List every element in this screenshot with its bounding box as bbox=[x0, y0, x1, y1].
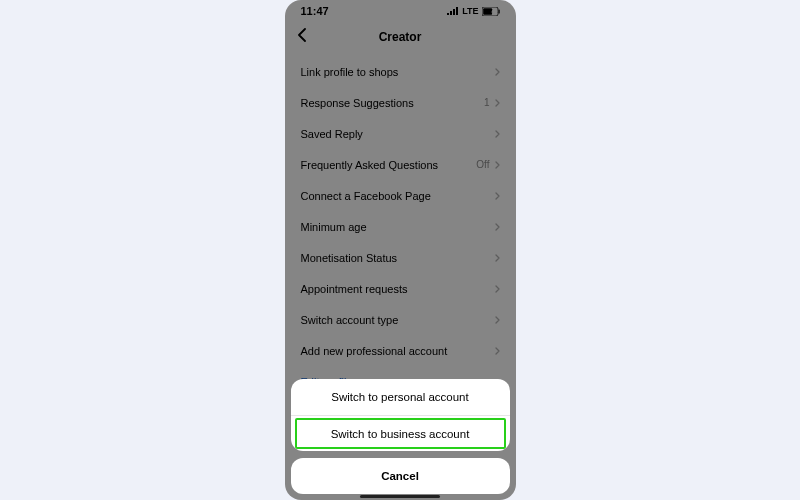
option-label: Switch to business account bbox=[331, 428, 470, 440]
sheet-options-group: Switch to personal account Switch to bus… bbox=[291, 379, 510, 451]
switch-business-option[interactable]: Switch to business account bbox=[291, 415, 510, 451]
option-label: Switch to personal account bbox=[331, 391, 468, 403]
action-sheet: Switch to personal account Switch to bus… bbox=[291, 379, 510, 494]
cancel-label: Cancel bbox=[381, 470, 419, 482]
phone-frame: 11:47 LTE 62 Creator Link profile to sho… bbox=[285, 0, 516, 500]
home-indicator[interactable] bbox=[360, 495, 440, 499]
switch-personal-option[interactable]: Switch to personal account bbox=[291, 379, 510, 415]
cancel-button[interactable]: Cancel bbox=[291, 458, 510, 494]
